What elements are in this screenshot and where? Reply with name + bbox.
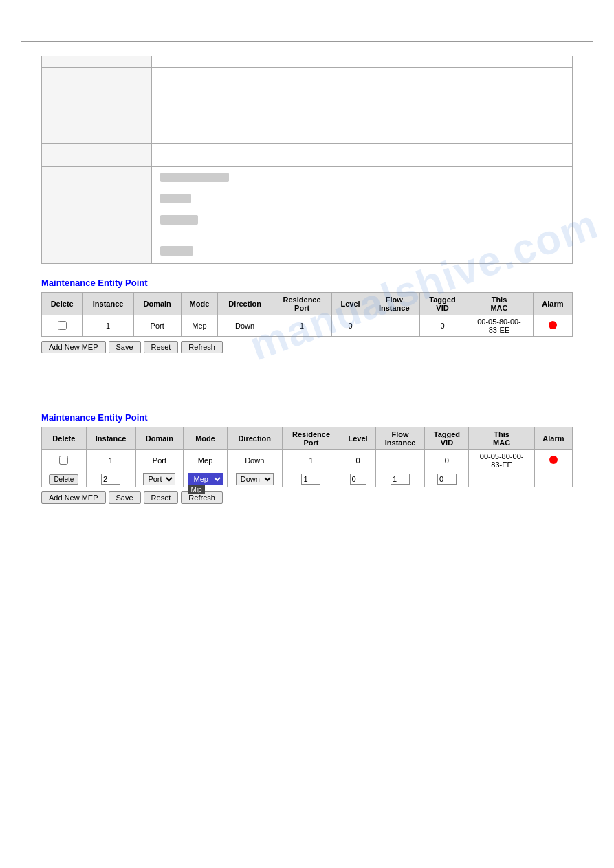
cell2-level-new[interactable] bbox=[340, 471, 375, 487]
config-value-2 bbox=[152, 68, 573, 144]
config-row-3 bbox=[42, 144, 573, 155]
config-label-2 bbox=[42, 68, 152, 144]
cell-flow-instance-1 bbox=[369, 315, 419, 337]
col-residence-port: ResidencePort bbox=[272, 293, 332, 315]
cell2-alarm-new bbox=[534, 471, 572, 487]
mode-tooltip: Mip bbox=[188, 485, 205, 494]
section1-title: Maintenance Entity Point bbox=[41, 278, 573, 288]
section2-new-row: Delete Port Mep Mip Mip bbox=[42, 471, 573, 487]
col-this-mac: ThisMAC bbox=[465, 293, 534, 315]
col-flow-instance: FlowInstance bbox=[369, 293, 419, 315]
config-value-3 bbox=[152, 144, 573, 155]
config-table bbox=[41, 56, 573, 264]
col-tagged-vid: TaggedVID bbox=[419, 293, 465, 315]
col-mode: Mode bbox=[181, 293, 218, 315]
config-label-4 bbox=[42, 155, 152, 167]
cell2-tagged-vid-new[interactable] bbox=[425, 471, 469, 487]
config-row-4 bbox=[42, 155, 573, 167]
direction-select[interactable]: Down Up bbox=[236, 473, 274, 485]
cell2-flow-instance-1 bbox=[375, 450, 425, 471]
instance-input[interactable] bbox=[101, 474, 120, 485]
cell-level-1: 0 bbox=[332, 315, 369, 337]
section2-mep-table: Delete Instance Domain Mode Direction Re… bbox=[41, 427, 573, 487]
mode-select[interactable]: Mep Mip bbox=[188, 473, 223, 485]
delete-new-row-button[interactable]: Delete bbox=[49, 474, 78, 485]
col-instance: Instance bbox=[83, 293, 133, 315]
cell2-direction-1: Down bbox=[227, 450, 282, 471]
col2-direction: Direction bbox=[227, 427, 282, 450]
col2-residence-port: ResidencePort bbox=[282, 427, 340, 450]
col-direction: Direction bbox=[218, 293, 272, 315]
config-row-1 bbox=[42, 56, 573, 68]
section1-button-row: Add New MEP Save Reset Refresh bbox=[41, 341, 573, 353]
cell2-mode-1: Mep bbox=[184, 450, 228, 471]
section2-save-button[interactable]: Save bbox=[109, 491, 141, 504]
bottom-divider bbox=[21, 847, 593, 847]
section1-reset-button[interactable]: Reset bbox=[144, 341, 179, 353]
section1-save-button[interactable]: Save bbox=[109, 341, 141, 353]
cell2-direction-new[interactable]: Down Up bbox=[227, 471, 282, 487]
config-value-4 bbox=[152, 155, 573, 167]
domain-select[interactable]: Port bbox=[143, 473, 175, 485]
section2-title: Maintenance Entity Point bbox=[41, 412, 573, 423]
col2-level: Level bbox=[340, 427, 375, 450]
config-label-5 bbox=[42, 167, 152, 264]
section2-add-new-mep-button[interactable]: Add New MEP bbox=[41, 491, 106, 504]
flow-instance-input[interactable] bbox=[391, 474, 410, 485]
level-input[interactable] bbox=[350, 474, 366, 485]
tagged-vid-input[interactable] bbox=[437, 474, 457, 485]
cell2-residence-port-new[interactable] bbox=[282, 471, 340, 487]
cell2-delete-1[interactable] bbox=[42, 450, 87, 471]
cell-instance-1: 1 bbox=[83, 315, 133, 337]
gray-bar-1 bbox=[160, 173, 229, 182]
gray-bar-2 bbox=[160, 194, 191, 203]
cell2-residence-port-1: 1 bbox=[282, 450, 340, 471]
col2-alarm: Alarm bbox=[534, 427, 572, 450]
col2-this-mac: ThisMAC bbox=[469, 427, 534, 450]
residence-port-input[interactable] bbox=[301, 474, 320, 485]
col2-flow-instance: FlowInstance bbox=[375, 427, 425, 450]
delete-checkbox2-1[interactable] bbox=[59, 456, 68, 465]
cell-alarm-1 bbox=[533, 315, 572, 337]
cell-direction-1: Down bbox=[218, 315, 272, 337]
cell2-domain-1: Port bbox=[135, 450, 184, 471]
col2-delete: Delete bbox=[42, 427, 87, 450]
cell-this-mac-1: 00-05-80-00-83-EE bbox=[465, 315, 534, 337]
config-label-3 bbox=[42, 144, 152, 155]
cell2-this-mac-new bbox=[469, 471, 534, 487]
config-row-2 bbox=[42, 68, 573, 144]
config-value-5 bbox=[152, 167, 573, 264]
col-domain: Domain bbox=[133, 293, 181, 315]
cell2-delete-new[interactable]: Delete bbox=[42, 471, 87, 487]
section2-reset-button[interactable]: Reset bbox=[144, 491, 179, 504]
col2-instance: Instance bbox=[86, 427, 135, 450]
col2-domain: Domain bbox=[135, 427, 184, 450]
alarm-indicator2-1 bbox=[549, 456, 558, 464]
section1-refresh-button[interactable]: Refresh bbox=[181, 341, 223, 353]
col-alarm: Alarm bbox=[533, 293, 572, 315]
section1-header-row: Delete Instance Domain Mode Direction Re… bbox=[42, 293, 573, 315]
section2-button-row: Add New MEP Save Reset Refresh bbox=[41, 491, 573, 504]
section1-mep-table: Delete Instance Domain Mode Direction Re… bbox=[41, 292, 573, 337]
cell2-flow-instance-new[interactable] bbox=[375, 471, 425, 487]
cell2-domain-new[interactable]: Port bbox=[135, 471, 184, 487]
delete-checkbox-1[interactable] bbox=[58, 321, 67, 330]
gray-bar-3 bbox=[160, 215, 198, 225]
config-value-1 bbox=[152, 56, 573, 68]
cell2-this-mac-1: 00-05-80-00-83-EE bbox=[469, 450, 534, 471]
col2-mode: Mode bbox=[184, 427, 228, 450]
gray-bar-4 bbox=[160, 246, 193, 256]
section1-add-new-mep-button[interactable]: Add New MEP bbox=[41, 341, 106, 353]
cell2-level-1: 0 bbox=[340, 450, 375, 471]
cell-domain-1: Port bbox=[133, 315, 181, 337]
cell-residence-port-1: 1 bbox=[272, 315, 332, 337]
config-label-1 bbox=[42, 56, 152, 68]
cell2-mode-new[interactable]: Mep Mip Mip bbox=[184, 471, 228, 487]
cell-delete-1[interactable] bbox=[42, 315, 83, 337]
alarm-indicator-1 bbox=[549, 321, 557, 329]
cell2-instance-new[interactable] bbox=[86, 471, 135, 487]
section2-data-row-1: 1 Port Mep Down 1 0 0 00-05-80-00-83-EE bbox=[42, 450, 573, 471]
cell2-tagged-vid-1: 0 bbox=[425, 450, 469, 471]
cell-tagged-vid-1: 0 bbox=[419, 315, 465, 337]
col-level: Level bbox=[332, 293, 369, 315]
